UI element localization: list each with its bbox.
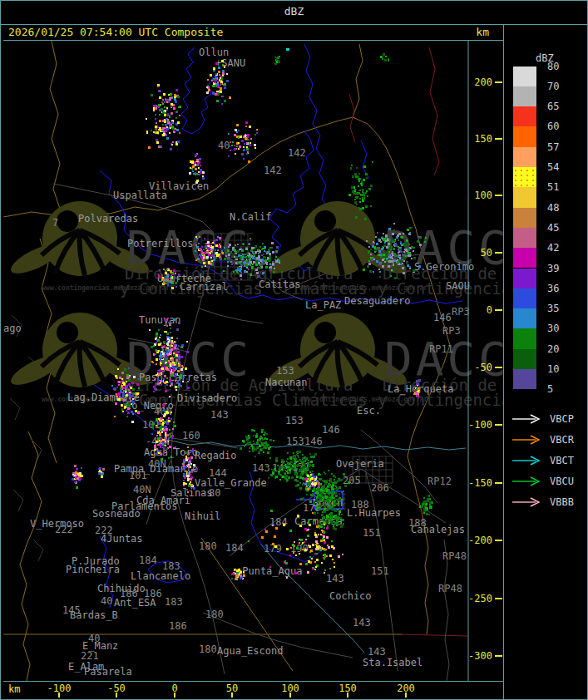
colorbar-band: [513, 147, 536, 167]
map-route-label: RP12: [427, 476, 452, 487]
map-number-label: 142: [264, 165, 282, 176]
map-number-label: 221: [81, 650, 99, 662]
map-place-label: Desaguadero: [344, 295, 410, 307]
legend-arrow-icon: [511, 497, 544, 507]
map-place-label: Sosneado: [92, 508, 141, 520]
map-place-label: SAOU: [446, 280, 470, 292]
colorbar-level-label: 45: [547, 223, 559, 233]
legend-label: VBCR: [550, 434, 574, 446]
legend-arrow-icon: [511, 476, 544, 486]
map-line: [50, 41, 62, 214]
map-place-label: Pasarela: [84, 666, 132, 678]
legend-row: VBCR: [511, 433, 574, 446]
colorbar-level-label: 51: [547, 182, 559, 192]
bottom-axis-tick: [231, 693, 233, 698]
bottom-axis-tick: [174, 693, 175, 698]
legend-row: VBCP: [511, 412, 574, 426]
colorbar-band: [513, 308, 536, 328]
bottom-axis-tick: [289, 693, 291, 698]
colorbar-band: [513, 349, 536, 369]
colorbar-level-label: 65: [547, 101, 559, 111]
map-place-label: +Punta_Agua: [236, 565, 302, 577]
legend-row: VBCT: [511, 454, 574, 467]
legend-arrow-icon: [511, 435, 544, 445]
map-place-label: Llancanelo: [131, 570, 190, 582]
map-header: 2026/01/25 07:54:00 UTC Composite km: [3, 25, 502, 40]
colorbar-band: [513, 187, 536, 207]
colorbar-level-label: 10: [547, 364, 559, 374]
map-number-label: 186: [169, 620, 187, 632]
map-number-label: 151: [371, 565, 389, 577]
right-axis-tick-label: -50: [474, 362, 492, 373]
right-axis-tick-label: -250: [468, 593, 492, 604]
page-title-text: dBZ: [284, 5, 304, 17]
legend-label: VBBB: [550, 496, 574, 508]
right-axis-tick-label: -150: [468, 477, 492, 489]
radar-map-canvas: DACCDirección de Agriculturay Contingenc…: [3, 41, 503, 681]
map-number-label: 180: [199, 540, 217, 552]
map-number-label: 40: [88, 633, 100, 644]
map-number-label: 40N: [148, 458, 166, 470]
colorbar-level-label: 42: [547, 243, 559, 253]
map-line: [3, 117, 353, 217]
map-number-label: 184: [139, 555, 157, 566]
map-number-label: 143: [353, 617, 371, 629]
colorbar-band: [513, 248, 536, 268]
map-line: [10, 398, 20, 420]
right-axis-tick-label: -300: [468, 650, 492, 662]
bottom-axis-unit: km: [8, 683, 20, 695]
colorbar-band: [513, 67, 536, 86]
colorbar-level-label: 30: [547, 323, 559, 333]
map-number-label: 222: [55, 524, 73, 535]
map-number-label: 153: [285, 415, 304, 426]
colorbar-band: [513, 228, 536, 248]
map-place-label: Agua_Escond: [217, 645, 283, 657]
map-number-label: 146: [304, 436, 323, 447]
axis-unit-label: km: [476, 26, 489, 38]
map-number-label: 186: [120, 588, 138, 599]
map-place-label: Carrizal: [180, 281, 228, 293]
colorbar-level-label: 60: [547, 121, 559, 131]
map-place-label: Catitas: [259, 279, 301, 290]
map-number-label: 183: [162, 560, 180, 572]
map-place-label: La_PAZ: [305, 299, 341, 311]
legend-label: VBCT: [550, 455, 574, 466]
map-place-label: ago: [3, 323, 22, 334]
map-place-label: Ollun: [199, 47, 229, 58]
colorbar-band: [513, 269, 536, 288]
radar-app-window: dBZ 2026/01/25 07:54:00 UTC Composite km…: [0, 0, 588, 700]
legend-label: VBCU: [550, 476, 574, 487]
map-place-label: Uspallata: [113, 190, 167, 201]
map-number-label: 143: [210, 409, 229, 421]
colorbar-level-label: 54: [547, 162, 559, 172]
bottom-axis-tick: [347, 693, 348, 698]
watermark-url: www.contingencias.mendoza.gov.ar: [299, 283, 427, 292]
map-number-label: 188: [408, 517, 427, 529]
map-number-label: 40N: [133, 484, 151, 495]
map-number-label: 180: [199, 643, 217, 655]
map-place-label: Divisadero: [177, 392, 237, 404]
bottom-axis: km -100-50050100150200: [3, 682, 503, 698]
map-place-label: Regadio: [195, 450, 237, 461]
map-place-label: Ovejeria: [336, 458, 384, 470]
map-number-label: 143: [326, 573, 344, 584]
map-route-label: RP3: [442, 325, 461, 337]
map-line: [403, 634, 467, 636]
map-place-label: Pincheira: [66, 564, 120, 575]
colorbar-level-label: 35: [547, 303, 559, 313]
bottom-axis-tick: [405, 693, 407, 698]
map-number-label: 144: [209, 467, 227, 479]
map-number-label: 188: [351, 499, 369, 510]
map-number-label: 222: [95, 525, 113, 536]
map-number-label: 180: [205, 609, 224, 620]
map-number-label: 184: [225, 542, 244, 554]
map-number-label: 146: [433, 312, 452, 323]
right-axis-tick-label: 150: [474, 133, 492, 145]
legend-label: VBCP: [550, 413, 574, 425]
colorbar-band: [513, 288, 536, 308]
map-place-label: Nihuil: [185, 510, 220, 522]
colorbar-band: [513, 86, 536, 106]
right-axis-tick-label: -100: [468, 419, 492, 431]
map-place-label: La_Horqueta: [388, 383, 453, 395]
map-number-label: 142: [288, 147, 306, 159]
